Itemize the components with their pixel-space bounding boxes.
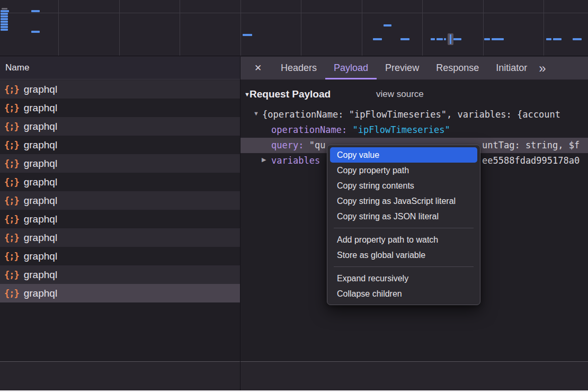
waterfall-bar xyxy=(400,38,409,40)
waterfall-bar xyxy=(431,38,435,40)
json-braces-icon: {;} xyxy=(4,84,19,95)
tab-initiator[interactable]: Initiator xyxy=(487,57,536,79)
expand-arrow-icon[interactable]: ▼ xyxy=(253,107,259,121)
menu-item-copy-string-as-json-literal[interactable]: Copy string as JSON literal xyxy=(327,209,480,224)
column-header-name-label: Name xyxy=(5,63,29,73)
request-name: graphql xyxy=(24,102,57,114)
network-request-row[interactable]: {;}graphql xyxy=(0,265,240,284)
waterfall-bar xyxy=(1,23,8,25)
overview-gridline xyxy=(240,0,241,56)
menu-item-copy-value[interactable]: Copy value xyxy=(330,147,477,163)
request-name: graphql xyxy=(24,176,57,188)
waterfall-bar xyxy=(553,38,562,40)
waterfall-bar xyxy=(492,38,504,40)
overview-gridline xyxy=(180,0,180,56)
json-braces-icon: {;} xyxy=(4,214,19,225)
network-request-row[interactable]: {;}graphql xyxy=(0,284,240,302)
overview-gridline xyxy=(301,0,301,56)
prop-query: query: "qu xyxy=(271,138,325,153)
request-list: {;}graphql{;}graphql{;}graphql{;}graphql… xyxy=(0,80,240,361)
waterfall-bar xyxy=(1,18,8,20)
menu-item-expand-recursively[interactable]: Expand recursively xyxy=(327,271,480,286)
tab-payload[interactable]: Payload xyxy=(325,57,377,79)
request-name: graphql xyxy=(24,269,57,281)
view-source-link[interactable]: view source xyxy=(376,86,424,102)
waterfall-bar xyxy=(243,34,252,36)
prop-variables-value-overflow: ee5588fdad995178a0 xyxy=(482,153,580,168)
prop-variables: variables xyxy=(271,153,320,168)
panel-split-handle[interactable] xyxy=(240,57,240,390)
prop-operationname-value: "ipFlowTimeseries" xyxy=(353,124,450,135)
detail-tab-bar: ✕ HeadersPayloadPreviewResponseInitiator… xyxy=(240,57,588,79)
overview-gridline xyxy=(544,0,544,56)
request-name: graphql xyxy=(24,288,57,299)
json-braces-icon: {;} xyxy=(4,251,19,262)
waterfall-bar xyxy=(1,21,8,23)
request-payload-section-header[interactable]: ▼ Request Payload view source xyxy=(240,86,588,102)
json-braces-icon: {;} xyxy=(4,177,19,188)
overview-gridline xyxy=(58,0,59,56)
section-title: Request Payload xyxy=(250,86,331,102)
close-icon[interactable]: ✕ xyxy=(250,63,266,74)
network-request-row[interactable]: {;}graphql xyxy=(0,191,240,210)
json-braces-icon: {;} xyxy=(4,158,19,169)
summary-footer xyxy=(0,362,588,390)
waterfall-bar xyxy=(1,26,8,28)
devtools-network-panel: Name ✕ HeadersPayloadPreviewResponseInit… xyxy=(0,0,588,392)
waterfall-bar xyxy=(484,38,490,40)
network-request-row[interactable]: {;}graphql xyxy=(0,117,240,136)
waterfall-bar xyxy=(1,13,8,15)
waterfall-bar xyxy=(453,38,461,40)
menu-item-add-property-path-to-watch[interactable]: Add property path to watch xyxy=(327,232,480,247)
waterfall-bar xyxy=(2,8,7,10)
menu-separator xyxy=(334,266,474,267)
request-name: graphql xyxy=(24,121,57,132)
more-tabs-icon[interactable]: » xyxy=(539,58,545,79)
json-root-preview: {operationName: "ipFlowTimeseries", vari… xyxy=(262,107,560,122)
waterfall-bar xyxy=(31,10,40,12)
json-braces-icon: {;} xyxy=(4,270,19,280)
network-request-row[interactable]: {;}graphql xyxy=(0,99,240,117)
tab-preview[interactable]: Preview xyxy=(377,57,427,79)
collapse-arrow-icon[interactable]: ▶ xyxy=(262,153,266,167)
waterfall-bar xyxy=(373,38,382,40)
network-request-row[interactable]: {;}graphql xyxy=(0,210,240,228)
column-header-name[interactable]: Name xyxy=(0,57,240,79)
json-braces-icon: {;} xyxy=(4,121,19,132)
waterfall-bar xyxy=(436,38,443,40)
menu-item-copy-string-as-javascript-literal[interactable]: Copy string as JavaScript literal xyxy=(327,193,480,209)
menu-item-copy-string-contents[interactable]: Copy string contents xyxy=(327,178,480,193)
menu-item-collapse-children[interactable]: Collapse children xyxy=(327,286,480,301)
network-request-row[interactable]: {;}graphql xyxy=(0,80,240,99)
prop-operationname: operationName: "ipFlowTimeseries" xyxy=(271,122,450,138)
request-name: graphql xyxy=(24,213,57,225)
overview-hover-marker xyxy=(448,33,453,45)
json-prop-row-operationname[interactable]: operationName: "ipFlowTimeseries" xyxy=(240,122,588,138)
network-request-row[interactable]: {;}graphql xyxy=(0,136,240,154)
json-braces-icon: {;} xyxy=(4,103,19,113)
network-request-row[interactable]: {;}graphql xyxy=(0,154,240,173)
json-root-row[interactable]: ▼ {operationName: "ipFlowTimeseries", va… xyxy=(240,107,588,122)
request-name: graphql xyxy=(24,251,57,262)
request-name: graphql xyxy=(24,195,57,207)
waterfall-bar xyxy=(1,15,8,17)
request-name: graphql xyxy=(24,158,57,170)
tab-headers[interactable]: Headers xyxy=(272,57,325,79)
menu-item-store-as-global-variable[interactable]: Store as global variable xyxy=(327,247,480,263)
menu-item-copy-property-path[interactable]: Copy property path xyxy=(327,163,480,178)
network-request-row[interactable]: {;}graphql xyxy=(0,247,240,265)
waterfall-bar xyxy=(1,29,8,31)
waterfall-bar xyxy=(444,38,446,40)
overview-gridline xyxy=(0,13,588,13)
waterfall-bar xyxy=(546,38,551,40)
network-overview-timeline[interactable] xyxy=(0,0,588,56)
overview-gridline xyxy=(422,0,423,56)
network-request-row[interactable]: {;}graphql xyxy=(0,228,240,247)
tab-response[interactable]: Response xyxy=(427,57,487,79)
json-braces-icon: {;} xyxy=(4,288,19,299)
waterfall-bar xyxy=(573,38,582,40)
network-request-row[interactable]: {;}graphql xyxy=(0,173,240,191)
overview-gridline xyxy=(119,0,120,56)
json-braces-icon: {;} xyxy=(4,195,19,206)
waterfall-bar xyxy=(31,31,40,33)
